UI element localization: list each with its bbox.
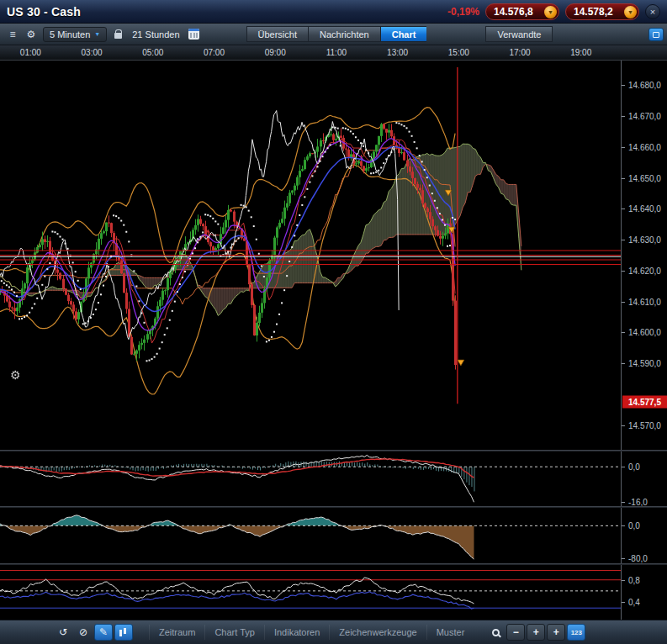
refresh-icon[interactable]: ↺	[54, 624, 72, 641]
axis-label: -16,0	[628, 497, 648, 506]
axis-label: 14.630,0	[628, 235, 661, 245]
time-axis[interactable]: 01:0003:0005:0007:0009:0011:0013:0015:00…	[0, 45, 667, 61]
tab-label: Verwandte	[497, 29, 541, 40]
mini-candles-icon	[119, 628, 129, 637]
price-tag: 14.577,5	[622, 396, 667, 409]
sell-arrow-icon: ▼	[544, 6, 557, 18]
time-label: 19:00	[570, 48, 591, 57]
zoom-controls: − + + 123	[485, 624, 586, 641]
axis-tick	[622, 147, 625, 148]
zoom-in-button[interactable]: +	[527, 624, 545, 641]
buy-button[interactable]: 14.578,2 ▼	[565, 3, 639, 20]
time-label: 01:00	[20, 48, 41, 57]
axis-tick	[622, 558, 625, 559]
indicator-panel-macd[interactable]	[0, 451, 621, 506]
close-icon: ×	[650, 7, 655, 17]
tab-label: Chart	[392, 29, 416, 40]
muster-button[interactable]: Muster	[426, 625, 474, 640]
tab-label: Übersicht	[258, 29, 297, 40]
chevron-down-icon: ▼	[94, 31, 100, 37]
axis-tick	[622, 332, 625, 333]
axis-tick	[622, 363, 625, 364]
sell-price: 14.576,8	[494, 6, 533, 18]
axis-label: 14.600,0	[628, 328, 661, 337]
close-button[interactable]: ×	[645, 4, 660, 19]
axis-tick	[622, 85, 625, 86]
chart-toolbar: ≡ ⚙ 5 Minuten ▼ 21 Stunden Übersicht Nac…	[0, 24, 667, 45]
axis-label: 0,8	[628, 575, 640, 584]
magnifier-icon	[492, 629, 500, 636]
header-right: -0,19% 14.576,8 ▼ 14.578,2 ▼ ×	[447, 3, 660, 20]
tab-uebersicht[interactable]: Übersicht	[246, 26, 308, 42]
gear-icon[interactable]: ⚙	[24, 27, 39, 42]
time-label: 17:00	[510, 48, 531, 57]
axis-tick	[622, 602, 625, 603]
panel-divider[interactable]	[0, 506, 667, 508]
window-header: US 30 - Cash -0,19% 14.576,8 ▼ 14.578,2 …	[0, 0, 667, 24]
indicator-panel-momentum[interactable]	[0, 508, 621, 563]
no-entry-icon[interactable]: ⊘	[74, 624, 93, 641]
axis-tick	[622, 502, 625, 503]
calendar-icon[interactable]	[188, 29, 199, 40]
axis-label: 0,0	[628, 521, 640, 531]
panel-divider[interactable]	[0, 450, 667, 451]
tab-label: Nachrichten	[320, 29, 369, 40]
menu-icon[interactable]: ≡	[5, 27, 20, 42]
time-label: 11:00	[326, 48, 347, 57]
interval-value: 5 Minuten	[50, 29, 90, 40]
axis-tick	[622, 178, 625, 179]
tab-verwandte[interactable]: Verwandte	[485, 26, 553, 42]
axis-tick	[622, 580, 625, 581]
chart-typ-button[interactable]: Chart Typ	[204, 625, 264, 640]
values-icon[interactable]: 123	[567, 624, 585, 641]
pencil-icon[interactable]: ✎	[94, 624, 113, 641]
time-label: 07:00	[204, 48, 225, 57]
axis-tick	[622, 525, 625, 526]
zoom-out-button[interactable]: −	[506, 624, 525, 641]
change-percent: -0,19%	[447, 6, 479, 18]
axis-label: 14.590,0	[628, 359, 661, 368]
zeitraum-button[interactable]: Zeitraum	[149, 625, 204, 640]
bottom-toolbar: ↺ ⊘ ✎ Zeitraum Chart Typ Indikatoren Zei…	[0, 620, 667, 644]
chart-settings-icon[interactable]: ⚙	[10, 368, 21, 382]
axis-tick	[622, 302, 625, 303]
time-label: 03:00	[82, 48, 103, 57]
axis-tick	[622, 209, 625, 209]
tab-bar: Übersicht Nachrichten Chart Verwandte	[246, 26, 553, 42]
chart-area[interactable]: ⚙	[0, 61, 621, 450]
axis-label: 14.610,0	[628, 297, 661, 306]
range-value: 21 Stunden	[132, 29, 179, 40]
axis-label: 14.570,0	[628, 420, 661, 430]
expand-icon[interactable]	[648, 28, 664, 41]
interval-select[interactable]: 5 Minuten ▼	[43, 27, 107, 42]
axis-tick	[622, 425, 625, 426]
axis-label: 14.620,0	[628, 266, 661, 275]
axis-tick	[622, 467, 625, 467]
pan-icon[interactable]: +	[547, 624, 565, 641]
indikatoren-button[interactable]: Indikatoren	[264, 625, 329, 640]
buy-arrow-icon: ▼	[624, 6, 637, 18]
axis-label: 0,4	[628, 597, 640, 606]
zeichenwerkzeuge-button[interactable]: Zeichenwerkzeuge	[329, 625, 426, 640]
tab-nachrichten[interactable]: Nachrichten	[308, 26, 380, 42]
panel-divider[interactable]	[0, 563, 667, 565]
panel2-canvas[interactable]	[0, 508, 621, 563]
axis-label: 14.670,0	[628, 112, 661, 121]
axis-label: 14.680,0	[628, 81, 661, 90]
axis-label: 14.660,0	[628, 142, 661, 151]
lock-icon[interactable]	[114, 33, 122, 39]
main-chart-canvas[interactable]	[0, 61, 621, 450]
panel3-canvas[interactable]	[0, 565, 621, 620]
buy-price: 14.578,2	[574, 6, 613, 18]
axis-label: 14.640,0	[628, 204, 661, 214]
chart-mode-icon[interactable]	[114, 624, 133, 641]
price-axis[interactable]: 14.577,5 14.680,014.670,014.660,014.650,…	[621, 61, 667, 620]
instrument-title: US 30 - Cash	[7, 5, 81, 18]
panel1-canvas[interactable]	[0, 451, 621, 506]
indicator-panel-oscillator[interactable]	[0, 565, 621, 620]
zoom-icon[interactable]	[486, 624, 505, 641]
axis-tick	[622, 240, 625, 240]
tab-chart[interactable]: Chart	[380, 26, 427, 42]
sell-button[interactable]: 14.576,8 ▼	[485, 3, 559, 20]
axis-label: 0,0	[628, 462, 640, 472]
